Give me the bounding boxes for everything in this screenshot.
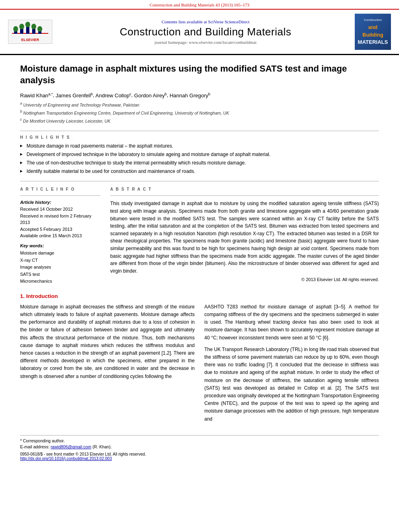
highlights-section: H I G H L I G H T S Moisture damage in r… bbox=[20, 135, 379, 175]
highlight-item-1: Moisture damage in road pavements materi… bbox=[20, 143, 379, 150]
footnote-email-address[interactable]: rawid806@gmail.com bbox=[51, 444, 91, 449]
author-5-sup: b bbox=[208, 92, 210, 96]
abstract-col: A B S T R A C T This study investigated … bbox=[110, 187, 379, 285]
affil-2: b Nottingham Transportation Engineering … bbox=[20, 109, 379, 116]
author-2-sup: b bbox=[91, 92, 93, 96]
journal-title-main: Construction and Building Materials bbox=[60, 26, 351, 38]
section-number: 1. bbox=[20, 293, 25, 299]
article-title: Moisture damage in asphalt mixtures usin… bbox=[20, 63, 379, 86]
divider-info bbox=[20, 195, 101, 196]
svg-rect-0 bbox=[12, 33, 48, 34]
intro-text-right-2: The UK Transport Research Laboratory (TR… bbox=[204, 346, 379, 423]
svg-text:ELSEVIER: ELSEVIER bbox=[21, 38, 39, 42]
highlight-item-3: The use of non-destructive technique to … bbox=[20, 160, 379, 166]
keyword-3: Image analyses bbox=[20, 264, 101, 271]
keyword-5: Micromechanics bbox=[20, 278, 101, 285]
svg-point-10 bbox=[37, 26, 42, 32]
issn-line: 0950-0618/$ - see front matter © 2013 El… bbox=[20, 452, 379, 456]
author-3-sup: c bbox=[130, 92, 132, 96]
highlight-item-2: Development of improved technique in the… bbox=[20, 151, 379, 158]
divider-2 bbox=[20, 181, 379, 181]
keyword-2: X-ray CT bbox=[20, 257, 101, 264]
journal-homepage: journal homepage: www.elsevier.com/locat… bbox=[60, 40, 351, 45]
keyword-1: Moisture damage bbox=[20, 250, 101, 257]
history-label: Article history: bbox=[20, 200, 101, 205]
affil-3: c De Montfort University Leicester, Leic… bbox=[20, 117, 379, 124]
intro-text-left: Moisture damage in asphalt decreases the… bbox=[20, 303, 195, 380]
journal-center: Contents lists available at SciVerse Sci… bbox=[60, 19, 351, 45]
contents-line: Contents lists available at SciVerse Sci… bbox=[60, 19, 351, 24]
svg-point-7 bbox=[19, 24, 24, 29]
author-3: Andrew Collopc bbox=[95, 92, 131, 99]
footnote-email: E-mail address: rawid806@gmail.com (R. K… bbox=[20, 444, 379, 450]
svg-point-9 bbox=[31, 24, 36, 29]
sciverse-link[interactable]: SciVerse ScienceDirect bbox=[208, 19, 249, 24]
keywords-label: Key words: bbox=[20, 243, 101, 248]
article-info-label: A R T I C L E I N F O bbox=[20, 187, 101, 191]
paper-content: Moisture damage in asphalt mixtures usin… bbox=[0, 55, 399, 469]
author-4: Gordon Aireyb bbox=[134, 92, 167, 99]
journal-header-bar: Construction and Building Materials 43 (… bbox=[0, 0, 399, 10]
article-history: Article history: Received 14 October 201… bbox=[20, 200, 101, 239]
keywords-section: Key words: Moisture damage X-ray CT Imag… bbox=[20, 243, 101, 285]
divider-abstract bbox=[110, 195, 379, 196]
history-revised: Received in revised form 2 February 2013 bbox=[20, 213, 101, 226]
highlights-label: H I G H L I G H T S bbox=[20, 135, 379, 140]
main-header: ELSEVIER Contents lists available at Sci… bbox=[0, 10, 399, 55]
footnote-corresponding: * Corresponding author. bbox=[20, 438, 379, 444]
journal-logo-right: Construction and Building MATERIALS bbox=[355, 14, 391, 50]
intro-body: Moisture damage in asphalt decreases the… bbox=[20, 303, 379, 427]
author-2: James Grenfellb bbox=[56, 92, 93, 99]
abstract-label: A B S T R A C T bbox=[110, 187, 379, 191]
journal-ref: Construction and Building Materials 43 (… bbox=[150, 2, 249, 7]
intro-col-left: Moisture damage in asphalt decreases the… bbox=[20, 303, 195, 427]
intro-col-right: AASHTO T283 method for moisture damage o… bbox=[204, 303, 379, 427]
author-4-sup: b bbox=[165, 92, 167, 96]
divider-1 bbox=[20, 131, 379, 131]
doi-line[interactable]: http://dx.doi.org/10.1016/j.conbuildmat.… bbox=[20, 456, 379, 461]
introduction-section: 1. Introduction Moisture damage in aspha… bbox=[20, 293, 379, 427]
svg-point-6 bbox=[13, 26, 18, 32]
highlight-item-4: Identify suitable material to be used fo… bbox=[20, 168, 379, 175]
elsevier-logo-image: ELSEVIER bbox=[8, 20, 52, 44]
author-1: Rawid Khana,* bbox=[20, 92, 53, 99]
elsevier-logo: ELSEVIER bbox=[8, 20, 56, 44]
authors-line: Rawid Khana,*, James Grenfellb, Andrew C… bbox=[20, 92, 379, 98]
copyright-line: © 2013 Elsevier Ltd. All rights reserved… bbox=[110, 277, 379, 282]
section-title: 1. Introduction bbox=[20, 293, 379, 299]
history-online: Available online 15 March 2013 bbox=[20, 232, 101, 239]
svg-point-8 bbox=[25, 22, 30, 27]
article-info-abstract: A R T I C L E I N F O Article history: R… bbox=[20, 187, 379, 285]
abstract-text: This study investigated damage in asphal… bbox=[110, 200, 379, 275]
affiliations: a University of Engineering and Technolo… bbox=[20, 101, 379, 125]
intro-text-right: AASHTO T283 method for moisture damage o… bbox=[204, 303, 379, 342]
keyword-4: SATS test bbox=[20, 271, 101, 278]
footnotes: * Corresponding author. E-mail address: … bbox=[20, 435, 379, 461]
author-5: Hannah Gregoryb bbox=[170, 92, 210, 99]
author-1-sup: a,* bbox=[48, 92, 53, 96]
affil-1: a University of Engineering and Technolo… bbox=[20, 101, 379, 108]
article-info-col: A R T I C L E I N F O Article history: R… bbox=[20, 187, 101, 285]
history-accepted: Accepted 5 February 2013 bbox=[20, 226, 101, 233]
history-received: Received 14 October 2012 bbox=[20, 206, 101, 213]
